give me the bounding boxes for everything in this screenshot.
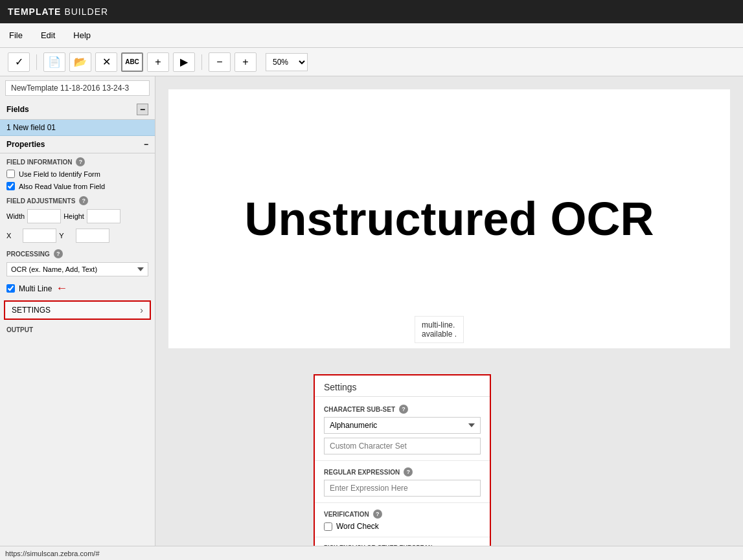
- processing-select[interactable]: OCR (ex. Name, Add, Text) Barcode OMR: [6, 262, 148, 276]
- app-title-bold: TEMPLATE: [8, 6, 61, 17]
- char-subset-select[interactable]: Alphanumeric Numeric Alpha Custom: [324, 417, 481, 434]
- xy-row: X Y: [0, 226, 155, 245]
- field-adjustments-label: FIELD ADJUSTMENTS: [6, 197, 75, 205]
- word-check-row: Word Check: [315, 520, 490, 533]
- properties-label: Properties: [6, 140, 45, 149]
- canvas-area: Unstructured OCR multi-line. available .…: [155, 76, 743, 546]
- new-button[interactable]: 📄: [43, 52, 65, 72]
- canvas-white: Unstructured OCR: [168, 89, 730, 348]
- field-information-help-icon[interactable]: ?: [76, 157, 85, 166]
- also-read-label[interactable]: Also Read Value from Field: [19, 183, 105, 190]
- settings-chevron-icon: ›: [140, 305, 143, 315]
- toolbar-separator-1: [36, 54, 37, 70]
- x-label: X: [6, 232, 11, 240]
- properties-section-header: Properties −: [0, 136, 155, 153]
- zoom-in-button[interactable]: +: [234, 52, 257, 72]
- x-input[interactable]: [23, 229, 56, 243]
- fields-label: Fields: [6, 105, 29, 114]
- custom-char-set-input[interactable]: [324, 438, 481, 454]
- verification-label: VERIFICATION ?: [315, 507, 490, 520]
- toolbar: ✓ 📄 📂 ✕ ABC + ▶ − + 50% 25% 75% 100%: [0, 48, 743, 76]
- width-label: Width: [6, 212, 25, 220]
- menu-file[interactable]: File: [5, 28, 27, 43]
- also-read-checkbox[interactable]: [6, 182, 15, 190]
- settings-row-label: SETTINGS: [12, 306, 51, 315]
- regex-help-icon[interactable]: ?: [404, 467, 413, 476]
- validate-button[interactable]: ✓: [8, 52, 30, 72]
- field-information-title: FIELD INFORMATION ?: [0, 153, 155, 168]
- zoom-select[interactable]: 50% 25% 75% 100%: [266, 53, 308, 71]
- multiline-row: Multi Line ←: [0, 279, 155, 298]
- field-item-1[interactable]: 1 New field 01: [0, 120, 155, 136]
- processing-select-wrap: OCR (ex. Name, Add, Text) Barcode OMR: [0, 260, 155, 279]
- fields-section: Fields − 1 New field 01: [0, 100, 155, 136]
- app-title-light: BUILDER: [64, 6, 108, 17]
- char-subset-label-text: CHARACTER SUB-SET: [324, 406, 395, 413]
- use-field-checkbox[interactable]: [6, 170, 15, 178]
- verification-label-text: VERIFICATION: [324, 511, 369, 518]
- settings-divider-3: [315, 537, 490, 537]
- field-information-label: FIELD INFORMATION: [6, 159, 72, 166]
- ocr-text: Unstructured OCR: [244, 192, 654, 245]
- y-input[interactable]: [76, 229, 109, 243]
- processing-help-icon[interactable]: ?: [54, 249, 63, 258]
- processing-label: PROCESSING: [6, 251, 50, 258]
- multiline-checkbox[interactable]: [6, 284, 15, 293]
- status-bar: https://simulscan.zebra.com/#: [0, 546, 743, 560]
- char-subset-help-icon[interactable]: ?: [399, 405, 408, 414]
- use-field-label[interactable]: Use Field to Identify Form: [19, 170, 100, 178]
- language-label: PICK ENGLISH OR OTHER EUROPEAN LANGUAGES…: [315, 541, 490, 546]
- settings-panel: Settings CHARACTER SUB-SET ? Alphanumeri…: [314, 374, 491, 546]
- settings-divider-2: [315, 502, 490, 503]
- verification-help-icon[interactable]: ?: [373, 510, 382, 519]
- height-label: Height: [63, 212, 84, 220]
- also-read-row: Also Read Value from Field: [0, 180, 155, 192]
- info-line2: available .: [422, 330, 457, 339]
- width-height-row: Width Height: [0, 207, 155, 226]
- top-bar: TEMPLATE BUILDER: [0, 0, 743, 23]
- width-input[interactable]: [27, 209, 61, 223]
- add-button[interactable]: +: [147, 52, 169, 72]
- field-adjustments-help-icon[interactable]: ?: [79, 196, 88, 205]
- word-check-checkbox[interactable]: [324, 522, 332, 531]
- main-layout: NewTemplate 11-18-2016 13-24-3 Fields − …: [0, 76, 743, 546]
- char-subset-select-wrap: Alphanumeric Numeric Alpha Custom: [315, 415, 490, 436]
- properties-section: Properties − FIELD INFORMATION ? Use Fie…: [0, 136, 155, 546]
- menu-bar: File Edit Help: [0, 23, 743, 48]
- info-line1: multi-line.: [422, 320, 457, 330]
- zoom-control: 50% 25% 75% 100%: [266, 53, 308, 71]
- multiline-label[interactable]: Multi Line: [19, 284, 52, 293]
- output-section-title: OUTPUT: [0, 322, 155, 335]
- height-input[interactable]: [87, 209, 120, 223]
- left-panel: NewTemplate 11-18-2016 13-24-3 Fields − …: [0, 76, 155, 546]
- info-overlay: multi-line. available .: [415, 316, 464, 343]
- regex-label-text: REGULAR EXPRESSION: [324, 469, 400, 476]
- settings-row[interactable]: SETTINGS ›: [4, 300, 151, 320]
- zoom-out-button[interactable]: −: [209, 52, 231, 72]
- char-subset-label: CHARACTER SUB-SET ?: [315, 402, 490, 415]
- regex-input[interactable]: [324, 480, 481, 497]
- fields-section-header: Fields −: [0, 100, 155, 120]
- processing-title: PROCESSING ?: [0, 245, 155, 260]
- fields-collapse-btn[interactable]: −: [137, 104, 148, 115]
- properties-collapse-btn[interactable]: −: [144, 140, 148, 149]
- toolbar-separator-2: [201, 54, 202, 70]
- ocr-button[interactable]: ABC: [121, 52, 143, 72]
- multiline-arrow-icon: ←: [56, 282, 67, 295]
- regex-label: REGULAR EXPRESSION ?: [315, 465, 490, 478]
- language-label-text: PICK ENGLISH OR OTHER EUROPEAN LANGUAGES…: [324, 544, 468, 546]
- use-field-row: Use Field to Identify Form: [0, 168, 155, 180]
- menu-help[interactable]: Help: [69, 28, 95, 43]
- word-check-label[interactable]: Word Check: [336, 522, 379, 531]
- menu-edit[interactable]: Edit: [37, 28, 59, 43]
- status-url: https://simulscan.zebra.com/#: [5, 550, 100, 557]
- play-button[interactable]: ▶: [173, 52, 195, 72]
- field-item-label-1: 1 New field 01: [6, 123, 56, 132]
- open-button[interactable]: 📂: [69, 52, 91, 72]
- field-adjustments-title: FIELD ADJUSTMENTS ?: [0, 192, 155, 207]
- settings-divider-1: [315, 460, 490, 461]
- delete-button[interactable]: ✕: [95, 52, 117, 72]
- y-label: Y: [59, 232, 63, 240]
- settings-panel-title: Settings: [315, 375, 490, 397]
- template-name-bar: NewTemplate 11-18-2016 13-24-3: [5, 80, 150, 96]
